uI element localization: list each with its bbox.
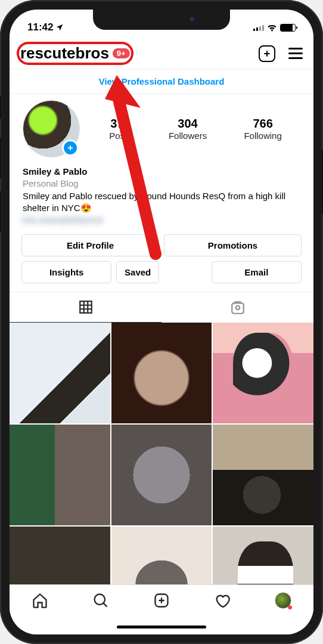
status-time: 11:42 <box>27 21 53 33</box>
notification-badge: 9+ <box>113 48 130 58</box>
followers-label: Followers <box>169 131 207 141</box>
wifi-icon <box>267 24 277 32</box>
profile-summary: 370 Posts 304 Followers 766 Following <box>10 94 313 160</box>
bio-link-blurred: link.example/blurred <box>23 214 300 226</box>
insights-button[interactable]: Insights <box>21 261 111 283</box>
grid-icon <box>78 299 94 315</box>
category-label: Personal Blog <box>23 178 300 190</box>
screen: 11:42 rescutebros 9+ <box>10 10 313 634</box>
notch <box>93 10 230 30</box>
grid-tab[interactable] <box>10 292 162 323</box>
avatar[interactable] <box>23 100 80 157</box>
home-indicator <box>117 626 206 628</box>
bio-section: Smiley & Pablo Personal Blog Smiley and … <box>10 160 313 234</box>
tagged-icon <box>230 300 246 315</box>
posts-label: Posts <box>109 131 132 141</box>
svg-rect-0 <box>80 302 92 314</box>
post-thumbnail[interactable] <box>10 323 110 423</box>
new-post-button[interactable] <box>259 45 275 62</box>
search-icon[interactable] <box>92 592 109 609</box>
menu-button[interactable] <box>288 48 303 59</box>
battery-icon <box>280 24 296 32</box>
edit-profile-button[interactable]: Edit Profile <box>21 234 159 256</box>
following-stat[interactable]: 766 Following <box>244 117 281 141</box>
display-name: Smiley & Pablo <box>23 166 300 178</box>
saved-button[interactable]: Saved <box>116 261 159 283</box>
username-dropdown[interactable]: rescutebros 9+ <box>20 44 130 63</box>
username-label: rescutebros <box>20 44 109 63</box>
followers-count: 304 <box>169 117 207 131</box>
following-count: 766 <box>244 117 281 131</box>
following-label: Following <box>244 131 281 141</box>
svg-rect-1 <box>232 303 244 313</box>
email-button[interactable]: Email <box>212 261 302 283</box>
post-thumbnail[interactable] <box>10 425 110 525</box>
posts-stat[interactable]: 370 Posts <box>109 117 132 141</box>
followers-stat[interactable]: 304 Followers <box>169 117 207 141</box>
activity-icon[interactable] <box>214 592 231 609</box>
professional-dashboard-link[interactable]: View Professional Dashboard <box>10 69 313 94</box>
home-icon[interactable] <box>32 592 48 609</box>
post-thumbnail[interactable] <box>111 323 212 423</box>
posts-count: 370 <box>109 117 132 131</box>
svg-point-3 <box>95 595 105 605</box>
add-story-icon <box>62 140 79 156</box>
phone-frame: 11:42 rescutebros 9+ <box>0 0 323 644</box>
post-thumbnail[interactable] <box>213 323 313 423</box>
bottom-nav <box>10 584 313 634</box>
bio-text: Smiley and Pablo rescued by Pound Hounds… <box>23 190 300 215</box>
content-tabs <box>10 292 313 323</box>
action-buttons: Edit Profile Promotions Insights Saved E… <box>10 234 313 292</box>
profile-nav-avatar[interactable] <box>275 592 291 609</box>
post-thumbnail[interactable] <box>213 425 313 525</box>
svg-point-2 <box>235 306 240 310</box>
location-icon <box>55 23 64 32</box>
promotions-button[interactable]: Promotions <box>164 234 302 256</box>
reels-icon[interactable] <box>153 592 170 609</box>
profile-header: rescutebros 9+ <box>10 39 313 69</box>
post-thumbnail[interactable] <box>111 425 212 525</box>
plus-square-icon <box>259 45 275 62</box>
posts-grid <box>10 323 313 627</box>
cellular-icon <box>253 24 264 31</box>
tagged-tab[interactable] <box>162 292 313 323</box>
